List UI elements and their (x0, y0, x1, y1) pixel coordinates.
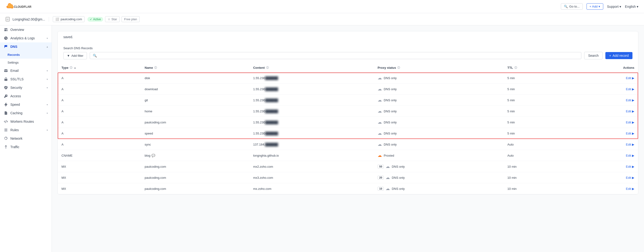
active-label: Active (93, 18, 101, 21)
edit-link[interactable]: Edit ▶ (626, 132, 634, 135)
sidebar-item-ssl[interactable]: SSL/TLS ▾ (0, 75, 52, 83)
sidebar-speed-label: Speed (10, 103, 20, 106)
goto-button[interactable]: 🔍 Go to... (561, 3, 583, 10)
cell-proxy: ☁ DNS only (374, 117, 504, 128)
cell-proxy: 10 ☁ DNS only (374, 183, 504, 194)
cell-type: MX (58, 161, 141, 172)
cell-name: blog💬 (141, 150, 250, 161)
sidebar-item-settings[interactable]: Settings (0, 59, 52, 66)
sidebar-item-security[interactable]: Security ▾ (0, 83, 52, 92)
edit-link[interactable]: Edit ▶ (626, 88, 634, 91)
svg-text:CLOUDFLARE: CLOUDFLARE (14, 5, 32, 8)
cell-proxy: ☁ DNS only (374, 95, 504, 106)
name-info-icon[interactable]: ⓘ (154, 66, 157, 70)
table-row: A speed 1.55.230██████ ☁ DNS only 5 min … (58, 128, 638, 139)
chevron-down-icon: ▾ (47, 70, 48, 72)
type-info-icon[interactable]: ⓘ (70, 66, 72, 70)
sidebar-overview-label: Overview (10, 28, 24, 32)
cell-content: longnghia.github.io (250, 150, 374, 161)
support-button[interactable]: Support ▾ (607, 5, 621, 8)
cell-content: mx3.zoho.com (250, 172, 374, 183)
cell-type: A (58, 139, 141, 150)
access-icon (4, 94, 8, 98)
cell-type: A (58, 84, 141, 95)
sort-icon[interactable]: ▲ (74, 66, 76, 69)
add-filter-button[interactable]: ▼ Add filter (63, 52, 87, 59)
edit-link[interactable]: Edit ▶ (626, 76, 634, 80)
sidebar-security-label: Security (10, 86, 22, 90)
sidebar-item-access[interactable]: Access (0, 92, 52, 100)
sidebar-item-network[interactable]: Network (0, 134, 52, 143)
cloud-proxied-icon: ☁ (378, 153, 382, 158)
sidebar-item-records[interactable]: Records (0, 51, 52, 59)
chevron-down-icon: ▾ (598, 5, 600, 8)
star-badge[interactable]: ☆ Star (105, 16, 120, 22)
analytics-icon (4, 36, 8, 40)
cell-name: speed (141, 128, 250, 139)
english-label: English (625, 5, 636, 8)
cell-ttl: 5 min (504, 117, 568, 128)
caching-icon (4, 111, 8, 115)
sidebar-item-workers-routes[interactable]: Workers Routes (0, 117, 52, 126)
cell-name: paulcoding.com (141, 183, 250, 194)
table-row: MX paulcoding.com mx3.zoho.com 20 ☁ DNS … (58, 172, 638, 183)
domain-badge[interactable]: ⬜ paulcoding.com (53, 16, 84, 22)
search-input[interactable] (99, 54, 578, 58)
content-value: 1.55.230██████ (253, 132, 278, 135)
edit-link[interactable]: Edit ▶ (626, 98, 634, 102)
table-row: A git 1.55.230██████ ☁ DNS only 5 min Ed… (58, 95, 638, 106)
divider (49, 17, 49, 22)
saved-message: saved. (58, 31, 638, 43)
sidebar-item-email[interactable]: Email ▾ (0, 66, 52, 75)
content-value: mx2.zoho.com (253, 165, 273, 168)
table-wrapper: Type ⓘ ▲ Name ⓘ (58, 63, 638, 194)
edit-link[interactable]: Edit ▶ (626, 154, 634, 157)
english-button[interactable]: English ▾ (625, 5, 638, 8)
cell-type: A (58, 95, 141, 106)
sidebar-item-rules[interactable]: Rules ▾ (0, 126, 52, 134)
edit-link[interactable]: Edit ▶ (626, 165, 634, 168)
cell-ttl: 10 min (504, 183, 568, 194)
topbar-right: 🔍 Go to... + Add ▾ Support ▾ English ▾ (561, 3, 638, 10)
edit-link[interactable]: Edit ▶ (626, 176, 634, 180)
proxy-status-text: DNS only (384, 143, 397, 146)
cell-action: Edit ▶ (568, 161, 638, 172)
cell-name: disk (141, 72, 250, 84)
cell-proxy: ☁ DNS only (374, 106, 504, 117)
edit-link[interactable]: Edit ▶ (626, 120, 634, 124)
speed-icon (4, 102, 8, 107)
cell-action: Edit ▶ (568, 128, 638, 139)
search-label: Search DNS Records (63, 46, 632, 50)
sidebar-records-label: Records (8, 53, 20, 56)
sidebar-item-dns[interactable]: DNS ▴ (0, 42, 52, 51)
sidebar-item-overview[interactable]: Overview (0, 26, 52, 34)
edit-link[interactable]: Edit ▶ (626, 110, 634, 113)
cloud-dns-icon: ☁ (386, 186, 390, 191)
sidebar-item-speed[interactable]: Speed ▾ (0, 100, 52, 109)
goto-label: Go to... (569, 5, 580, 8)
add-record-button[interactable]: + Add record (605, 52, 632, 59)
cloud-dns-icon: ☁ (386, 175, 390, 180)
edit-link[interactable]: Edit ▶ (626, 187, 634, 190)
proxy-info-icon[interactable]: ⓘ (398, 66, 400, 70)
chevron-down-icon: ▾ (620, 5, 621, 8)
ttl-info-icon[interactable]: ⓘ (514, 66, 517, 70)
cell-action: Edit ▶ (568, 95, 638, 106)
priority-badge: 10 (378, 187, 384, 190)
table-row: A paulcoding.com 1.55.230██████ ☁ DNS on… (58, 117, 638, 128)
cloudflare-logo-svg: CLOUDFLARE (6, 2, 32, 11)
search-button[interactable]: Search (584, 52, 602, 59)
sidebar-item-caching[interactable]: Caching ▾ (0, 109, 52, 117)
support-label: Support (607, 5, 618, 8)
back-button[interactable]: ← (6, 17, 10, 22)
sidebar-item-analytics[interactable]: Analytics & Logs ▾ (0, 34, 52, 42)
sidebar-item-traffic[interactable]: Traffic (0, 143, 52, 151)
cell-name: paulcoding.com (141, 161, 250, 172)
add-button[interactable]: + Add ▾ (586, 3, 603, 10)
table-row: A download 1.55.230██████ ☁ DNS only 5 m… (58, 84, 638, 95)
table-header: Type ⓘ ▲ Name ⓘ (58, 63, 638, 72)
edit-link[interactable]: Edit ▶ (626, 143, 634, 146)
content-info-icon[interactable]: ⓘ (266, 66, 269, 70)
cloud-dns-icon: ☁ (378, 86, 382, 92)
cell-type: A (58, 128, 141, 139)
